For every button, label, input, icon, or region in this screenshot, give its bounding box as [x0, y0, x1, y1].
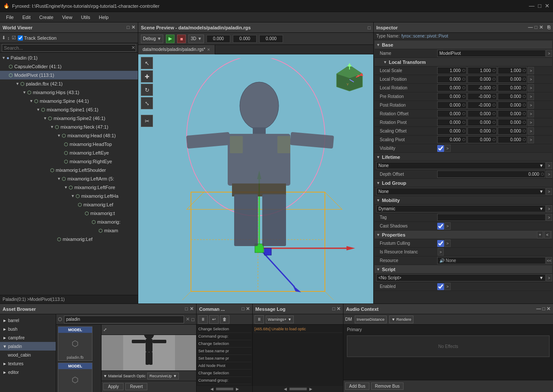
local-scale-extra[interactable]: > [528, 67, 534, 74]
pre-rot-x-field[interactable]: ⬡ [437, 93, 467, 100]
section-mobility[interactable]: ▼ Mobility [375, 196, 552, 205]
tree-item-paladin-fbx[interactable]: ▼ ⬡ paladin.fbx (42:1) [0, 79, 138, 88]
tree-toggle-leftarm[interactable]: ▼ [57, 177, 61, 181]
rot-piv-y-spin[interactable]: ⬡ [492, 120, 496, 124]
world-viewer-tree[interactable]: ▼ ● Paladin (0:1) ⬡ CapsuleCollider (41:… [0, 53, 138, 295]
asset-browser-undock[interactable]: □ [185, 306, 188, 312]
lod-group-dropdown[interactable]: None ▼ [376, 188, 546, 195]
remove-bus-button[interactable]: Remove Bus [371, 383, 404, 390]
tree-item-spine2[interactable]: ▼ ⬡ mixamorig:Spine2 (46:1) [0, 114, 138, 123]
prop-resource-value[interactable]: 🔊 None [437, 257, 546, 264]
pre-rot-z-field[interactable]: ⬡ [498, 93, 527, 100]
properties-remove-btn[interactable]: < [544, 231, 550, 238]
scl-piv-z-spin[interactable]: ⬡ [522, 138, 527, 142]
prop-tag-value[interactable] [437, 214, 546, 221]
debug-mode-dropdown[interactable]: Debug ▼ [141, 35, 163, 43]
msg-filter-dropdown[interactable]: Warnings+ ▼ [266, 316, 294, 323]
section-properties[interactable]: ▼ Properties + < [375, 231, 552, 239]
tree-item-hips[interactable]: ▼ ⬡ mixamorig:Hips (43:1) [0, 88, 138, 97]
tree-item-modelpivot[interactable]: ⬡ ModelPivot (113:1) [0, 71, 138, 79]
tree-item-spine1[interactable]: ▼ ⬡ mixamorig:Spine1 (45:1) [0, 105, 138, 114]
world-viewer-close[interactable]: ✕ [131, 25, 135, 30]
post-rot-z-input[interactable] [498, 103, 522, 107]
local-rot-extra[interactable]: > [528, 84, 534, 92]
tree-toggle-leftfore[interactable]: ▼ [64, 185, 68, 190]
ab-thumb-paladin-rgs[interactable]: MODEL ⬡ paladin.rg [58, 363, 92, 392]
scl-off-x-input[interactable] [438, 129, 461, 133]
depth-offset-spin[interactable]: ⬡ [540, 172, 545, 176]
ab-tree-item-campfire[interactable]: ► campfire [0, 333, 56, 342]
depth-offset-input[interactable] [438, 172, 540, 177]
scl-off-z-input[interactable] [498, 129, 522, 133]
cmd-pause-btn[interactable]: ⏸ [198, 315, 208, 324]
tree-item-mixam3[interactable]: ⬡ mixamorig: [0, 218, 138, 226]
local-rot-x-field[interactable]: ⬡ [437, 84, 467, 92]
inspector-copy-btn[interactable]: ⎘ [547, 25, 550, 30]
scl-off-z-field[interactable]: ⬡ [498, 127, 527, 135]
rot-piv-extra[interactable]: > [528, 119, 534, 126]
search-clear-ab[interactable]: ✕ [186, 316, 190, 322]
track-selection-checkbox[interactable] [18, 35, 23, 41]
local-pos-y-input[interactable] [468, 77, 492, 82]
cast-shadows-checkbox[interactable] [437, 223, 444, 230]
scl-piv-x-input[interactable] [438, 137, 461, 142]
pre-rot-z-input[interactable] [498, 94, 522, 99]
scene-tab[interactable]: data/models/paladin/paladin.rgs* ✕ [138, 45, 215, 54]
rot-off-x-input[interactable] [438, 111, 461, 116]
menu-create[interactable]: Create [35, 14, 58, 21]
apply-button[interactable]: Apply [103, 383, 124, 390]
rot-piv-y-field[interactable]: ⬡ [467, 119, 497, 126]
stop-button[interactable]: ■ [177, 35, 186, 43]
scl-off-y-input[interactable] [468, 129, 492, 133]
scl-off-x-spin[interactable]: ⬡ [461, 129, 466, 133]
world-viewer-undock[interactable]: □ [127, 25, 130, 30]
local-rot-z-spin[interactable]: ⬡ [522, 86, 527, 90]
tree-item-lefteye[interactable]: ⬡ mixamorig:LeftEye [0, 149, 138, 157]
tree-toggle-paladin[interactable]: ▼ [2, 56, 6, 60]
tree-toggle-head[interactable]: ▼ [57, 133, 61, 138]
script-dropdown[interactable]: <No Script> ▼ [376, 274, 546, 281]
properties-add-btn[interactable]: + [537, 231, 543, 238]
inspector-undock[interactable]: — [528, 25, 533, 30]
resource-extra-lt[interactable]: << [546, 257, 552, 264]
scl-piv-x-spin[interactable]: ⬡ [461, 138, 466, 142]
tree-item-capsule[interactable]: ⬡ CapsuleCollider (41:1) [0, 62, 138, 71]
post-rot-z-field[interactable]: ⬡ [498, 101, 527, 109]
scl-piv-z-field[interactable]: ⬡ [498, 136, 527, 143]
tree-item-leftfore[interactable]: ▼ ⬡ mixamorig:LeftFore [0, 183, 138, 192]
mobility-dropdown[interactable]: Dynamic ▼ [376, 205, 546, 212]
lifetime-extra[interactable]: > [546, 162, 552, 169]
lod-group-extra[interactable]: > [546, 188, 552, 195]
local-scale-x-spin[interactable]: ⬡ [461, 69, 466, 73]
scl-piv-y-spin[interactable]: ⬡ [492, 138, 496, 142]
world-viewer-search-input[interactable] [2, 44, 136, 52]
rot-piv-x-spin[interactable]: ⬡ [461, 120, 466, 124]
rot-off-x-field[interactable]: ⬡ [437, 110, 467, 117]
tree-item-paladin[interactable]: ▼ ● Paladin (0:1) [0, 54, 138, 62]
coord-x-input[interactable] [207, 35, 230, 43]
section-lifetime[interactable]: ▼ Lifetime [375, 153, 552, 161]
cmd-undock[interactable]: □ [242, 306, 245, 312]
local-pos-x-field[interactable]: ⬡ [437, 76, 467, 83]
scl-off-y-spin[interactable]: ⬡ [492, 129, 496, 133]
local-scale-z-input[interactable] [498, 68, 522, 73]
rot-off-z-input[interactable] [498, 111, 522, 116]
post-rot-x-input[interactable] [438, 103, 461, 107]
msg-scroll-right[interactable]: ▶ [309, 387, 312, 391]
is-resource-instance-extra[interactable]: > [438, 248, 444, 256]
msg-scroll-left[interactable]: ◀ [284, 387, 287, 391]
scl-piv-y-field[interactable]: ⬡ [467, 136, 497, 143]
maximize-button[interactable]: □ [538, 3, 541, 9]
ab-tree-item-wood-cabin[interactable]: wood_cabin [0, 351, 56, 359]
local-pos-y-field[interactable]: ⬡ [467, 76, 497, 83]
frustum-culling-checkbox[interactable] [437, 240, 444, 247]
tree-item-mixa2[interactable]: ⬡ mixamorig:t [0, 209, 138, 218]
local-pos-x-spin[interactable]: ⬡ [461, 77, 466, 81]
rot-off-extra[interactable]: > [528, 110, 534, 117]
audio-undock[interactable]: — [536, 306, 541, 312]
local-scale-y-input[interactable] [468, 68, 492, 73]
pre-rot-y-spin[interactable]: ⬡ [492, 95, 496, 98]
scl-piv-x-field[interactable]: ⬡ [437, 136, 467, 143]
ab-thumb-paladin-fbx[interactable]: MODEL ⬡ paladin.fb [58, 326, 92, 361]
cmd-scroll-left[interactable]: ◀ [210, 387, 213, 391]
